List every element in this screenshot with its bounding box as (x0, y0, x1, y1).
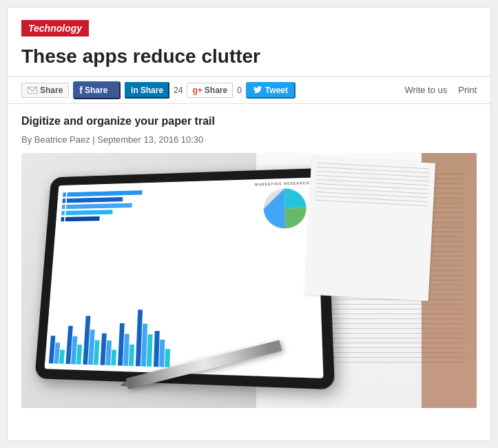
gplus-share-button[interactable]: g+ Share (187, 83, 233, 98)
paper-sheet-1 (304, 156, 435, 301)
li-share-label: Share (141, 85, 163, 95)
fb-share-label: Share (85, 85, 107, 95)
linkedin-icon: in (131, 85, 138, 95)
email-share-label: Share (40, 85, 63, 95)
article-image: MARKETING RESEARCH (21, 153, 477, 408)
article-subtitle: Digitize and organize your paper trail (8, 104, 490, 130)
tweet-label: Tweet (265, 85, 288, 95)
twitter-bird-icon (253, 86, 262, 94)
fb-count: 0 (110, 85, 114, 95)
top-bar-chart (61, 190, 157, 221)
bottom-bar-chart (49, 295, 319, 371)
tweet-button[interactable]: Tweet (246, 82, 295, 99)
share-right-actions: Write to us Print (404, 85, 477, 95)
gplus-share-label: Share (205, 85, 227, 95)
email-share-button[interactable]: Share (21, 83, 69, 98)
pie-chart (258, 183, 313, 234)
category-tag[interactable]: Technology (21, 20, 89, 37)
gplus-count: 0 (237, 85, 242, 95)
linkedin-share-button[interactable]: in Share (125, 82, 169, 99)
article-page: Technology These apps reduce clutter Sha… (7, 7, 491, 441)
tablet-screen: MARKETING RESEARCH (44, 177, 323, 378)
li-count: 24 (174, 85, 183, 95)
email-icon (28, 87, 37, 94)
write-to-us-link[interactable]: Write to us (404, 85, 447, 95)
article-title: These apps reduce clutter (8, 45, 490, 77)
share-bar: Share f Share 0 in Share 24 g+ Share 0 T… (8, 77, 490, 104)
print-link[interactable]: Print (458, 85, 477, 95)
article-image-wrapper: MARKETING RESEARCH (8, 153, 490, 419)
facebook-share-button[interactable]: f Share 0 (73, 81, 121, 99)
tablet-device: MARKETING RESEARCH (34, 167, 335, 389)
article-byline: By Beatrice Paez | September 13, 2016 10… (8, 130, 490, 153)
facebook-icon: f (79, 85, 83, 96)
gplus-icon: g+ (192, 85, 202, 95)
